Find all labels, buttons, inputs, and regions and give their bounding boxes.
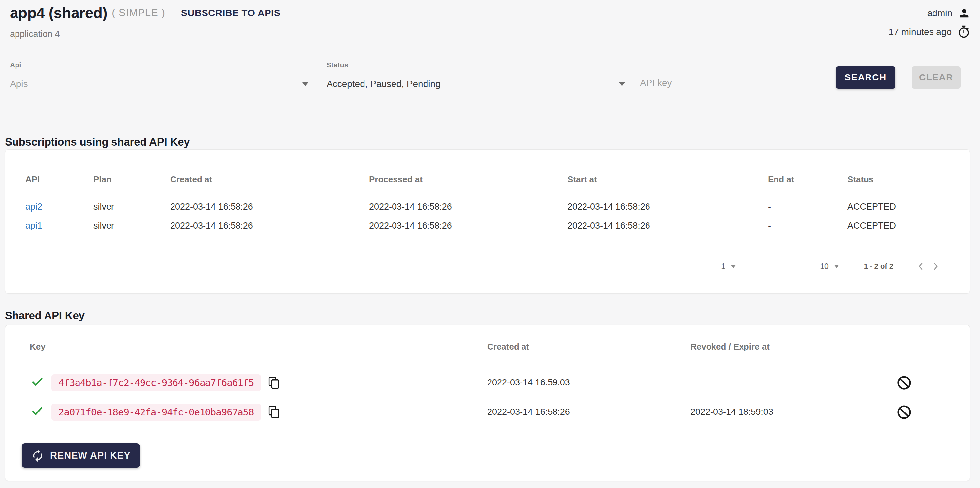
subscriptions-table-header: API Plan Created at Processed at Start a…: [5, 150, 970, 197]
copy-button[interactable]: [266, 375, 282, 390]
column-header-status: Status: [847, 175, 950, 184]
last-connection-text: 17 minutes ago: [889, 27, 951, 37]
table-row: 4f3a4b1a-f7c2-49cc-9364-96aa7f6a61f5 202…: [5, 368, 970, 397]
shared-api-key-table-header: Key Created at Revoked / Expire at: [5, 325, 970, 368]
api-key-filter-field: [640, 61, 830, 94]
check-icon: [30, 374, 45, 391]
table-row: api1 silver 2022-03-14 16:58:26 2022-03-…: [5, 216, 970, 245]
start-at-cell: 2022-03-14 16:58:26: [567, 216, 768, 235]
copy-button[interactable]: [266, 405, 282, 420]
page-size-value: 10: [820, 262, 829, 271]
status-filter-value: Accepted, Paused, Pending: [326, 79, 441, 89]
column-header-created-at: Created at: [487, 342, 690, 352]
next-page-button[interactable]: [928, 259, 943, 274]
key-created-at-cell: 2022-03-14 16:58:26: [487, 407, 690, 417]
page-size-select[interactable]: 10: [820, 262, 839, 271]
application-page: app4 (shared) ( SIMPLE ) SUBSCRIBE TO AP…: [0, 0, 980, 488]
end-at-cell: -: [768, 216, 847, 235]
chevron-down-icon: [302, 83, 309, 86]
column-header-processed-at: Processed at: [369, 175, 567, 184]
person-icon: [958, 6, 971, 20]
shared-api-key-table-card: Key Created at Revoked / Expire at 4f3a4…: [5, 325, 970, 481]
subscriptions-section-title: Subscriptions using shared API Key: [5, 136, 190, 148]
user-row: admin: [927, 6, 971, 20]
status-cell: ACCEPTED: [847, 216, 950, 235]
end-at-cell: -: [768, 202, 847, 212]
processed-at-cell: 2022-03-14 16:58:26: [369, 216, 567, 235]
key-created-at-cell: 2022-03-14 16:59:03: [487, 378, 690, 388]
search-button[interactable]: SEARCH: [836, 66, 895, 89]
column-header-plan: Plan: [93, 175, 170, 184]
page-select-value: 1: [721, 262, 725, 271]
application-type-badge: ( SIMPLE ): [112, 7, 165, 19]
api-key-input[interactable]: [640, 78, 830, 94]
api-filter-value: Apis: [10, 79, 28, 89]
plan-cell: silver: [93, 202, 170, 212]
autorenew-icon: [31, 449, 44, 462]
previous-page-button[interactable]: [914, 259, 928, 274]
block-icon: [896, 404, 912, 420]
status-filter-select[interactable]: Status Accepted, Paused, Pending: [326, 61, 625, 95]
api-filter-select[interactable]: Api Apis: [10, 61, 309, 95]
revoke-key-button[interactable]: [896, 375, 912, 391]
timer-icon: [957, 25, 971, 39]
page-header: app4 (shared) ( SIMPLE ) SUBSCRIBE TO AP…: [10, 4, 281, 22]
column-header-created-at: Created at: [170, 175, 369, 184]
shared-api-key-section-title: Shared API Key: [5, 309, 85, 322]
header-meta: admin 17 minutes ago: [889, 6, 971, 39]
start-at-cell: 2022-03-14 16:58:26: [567, 202, 768, 212]
column-header-api: API: [25, 175, 93, 184]
api-link[interactable]: api2: [25, 202, 42, 212]
pagination-range-label: 1 - 2 of 2: [864, 262, 893, 271]
created-at-cell: 2022-03-14 16:58:26: [170, 216, 369, 235]
revoke-key-button[interactable]: [896, 404, 912, 420]
chevron-down-icon: [834, 265, 839, 268]
column-header-start-at: Start at: [567, 175, 768, 184]
plan-cell: silver: [93, 216, 170, 235]
table-row: 2a071f0e-18e9-42fa-94fc-0e10ba967a58 202…: [5, 397, 970, 427]
user-name: admin: [927, 8, 952, 19]
column-header-key: Key: [30, 342, 487, 352]
block-icon: [896, 375, 912, 391]
application-description: application 4: [10, 29, 60, 39]
subscribe-to-apis-link[interactable]: SUBSCRIBE TO APIS: [181, 8, 281, 19]
created-at-cell: 2022-03-14 16:58:26: [170, 202, 369, 212]
clear-button[interactable]: CLEAR: [912, 66, 961, 89]
chevron-down-icon: [731, 265, 736, 268]
copy-icon: [266, 405, 282, 420]
api-key-value: 4f3a4b1a-f7c2-49cc-9364-96aa7f6a61f5: [51, 374, 261, 391]
column-header-revoked-expire-at: Revoked / Expire at: [690, 342, 896, 352]
renew-api-key-label: RENEW API KEY: [50, 450, 130, 461]
copy-icon: [266, 375, 282, 390]
last-connection-row: 17 minutes ago: [889, 25, 971, 39]
renew-api-key-button[interactable]: RENEW API KEY: [22, 443, 140, 467]
page-title: app4 (shared): [10, 4, 107, 22]
chevron-left-icon: [915, 261, 927, 272]
api-link[interactable]: api1: [25, 221, 42, 230]
chevron-down-icon: [619, 83, 625, 86]
processed-at-cell: 2022-03-14 16:58:26: [369, 202, 567, 212]
api-key-value: 2a071f0e-18e9-42fa-94fc-0e10ba967a58: [51, 404, 261, 421]
status-filter-label: Status: [326, 61, 625, 69]
chevron-right-icon: [930, 261, 941, 272]
check-icon: [30, 403, 45, 421]
subscriptions-table-card: API Plan Created at Processed at Start a…: [5, 149, 970, 294]
key-revoked-at-cell: 2022-03-14 18:59:03: [690, 407, 896, 417]
pagination: 1 10 1 - 2 of 2: [721, 259, 943, 274]
api-filter-label: Api: [10, 61, 309, 69]
table-row: api2 silver 2022-03-14 16:58:26 2022-03-…: [5, 197, 970, 216]
status-cell: ACCEPTED: [847, 202, 950, 212]
column-header-end-at: End at: [768, 175, 847, 184]
page-select[interactable]: 1: [721, 262, 736, 271]
